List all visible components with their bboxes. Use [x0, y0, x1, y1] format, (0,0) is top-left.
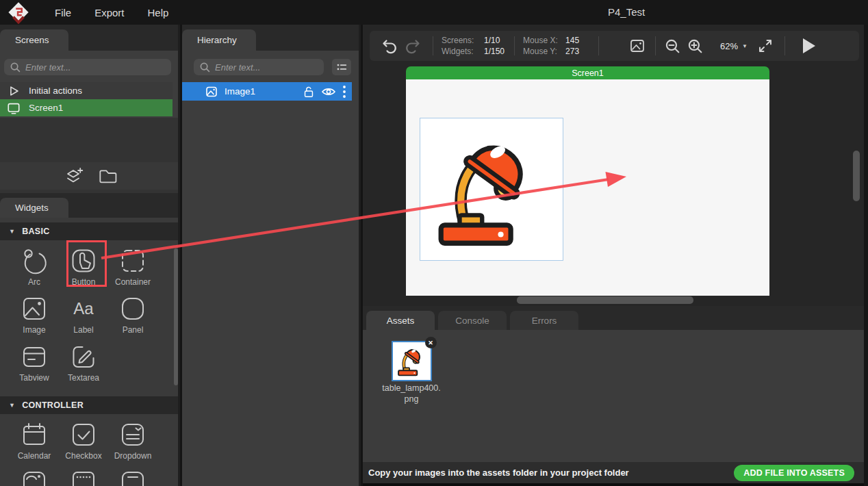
screens-item-initial-actions[interactable]: Initial actions — [0, 82, 173, 99]
asset-item[interactable]: ✕ table_lamp400.png — [382, 341, 441, 405]
assets-list: ✕ table_lamp400.png — [363, 330, 864, 462]
zoom-out-button[interactable] — [664, 38, 681, 55]
menu-help[interactable]: Help — [148, 7, 169, 18]
widget-partial-1[interactable] — [19, 468, 49, 486]
widget-tabview[interactable]: Tabview — [19, 342, 49, 383]
tab-console[interactable]: Console — [438, 311, 507, 330]
widgets-count-value: 1/150 — [484, 47, 505, 56]
roller-icon — [118, 468, 148, 486]
project-title: P4_Test — [608, 6, 645, 18]
widget-image[interactable]: Image — [19, 294, 49, 335]
folder-icon[interactable] — [97, 165, 118, 187]
screens-count-value: 1/10 — [484, 36, 500, 45]
image1-widget-selected[interactable] — [420, 118, 563, 261]
checkbox-icon — [68, 420, 99, 450]
app-window: File Export Help P4_Test Screens Initial — [0, 0, 868, 486]
image-icon — [19, 294, 49, 324]
screens-item-screen1[interactable]: Screen1 — [0, 99, 173, 116]
canvas-vertical-scrollbar[interactable] — [853, 151, 860, 201]
tab-errors[interactable]: Errors — [510, 311, 578, 330]
zoom-in-button[interactable] — [687, 38, 704, 55]
bottom-strip — [363, 483, 864, 486]
calendar-icon — [19, 420, 49, 450]
widget-label: Textarea — [68, 373, 99, 383]
hierarchy-tabstrip: Hierarchy — [182, 25, 359, 51]
hierarchy-search-input[interactable] — [215, 62, 324, 73]
add-file-into-assets-button[interactable]: ADD FILE INTO ASSETS — [734, 465, 854, 481]
asset-thumbnail[interactable]: ✕ — [392, 341, 432, 381]
screens-count-label: Screens: — [442, 36, 484, 45]
widget-arc[interactable]: Arc — [19, 246, 49, 287]
widget-section-controller[interactable]: ▼ CONTROLLER — [0, 396, 180, 414]
toolbar-separator — [655, 36, 656, 55]
table-lamp-thumbnail-image — [395, 344, 429, 379]
hierarchy-list-options-button[interactable] — [332, 59, 351, 75]
widget-label-widget[interactable]: Aa Label — [68, 294, 99, 335]
screens-and-widgets-panel: Screens Initial actions — [0, 25, 180, 486]
fit-zoom-button[interactable] — [757, 38, 774, 54]
screens-search — [4, 59, 171, 75]
zoom-level-value[interactable]: 62% — [720, 41, 738, 51]
arc-icon — [19, 246, 49, 276]
canvas-toolbar: Screens:1/10 Widgets:1/150 Mouse X:145 M… — [370, 31, 859, 61]
window-edge — [864, 25, 868, 486]
screens-search-input[interactable] — [25, 62, 171, 73]
widget-label: Arc — [28, 277, 40, 287]
kebab-menu-icon[interactable] — [342, 85, 346, 99]
add-screen-icon[interactable] — [62, 165, 84, 187]
collapse-arrow-icon: ▼ — [9, 402, 15, 409]
zoom-caret-icon[interactable]: ▼ — [742, 43, 748, 49]
screen-header[interactable]: Screen1 — [406, 66, 769, 79]
tabview-icon — [19, 342, 49, 372]
widget-label: Image — [23, 325, 45, 335]
widget-label: Tabview — [19, 373, 49, 383]
tab-widgets[interactable]: Widgets — [0, 198, 68, 218]
widget-section-label: BASIC — [22, 227, 49, 236]
widget-panel[interactable]: Panel — [118, 294, 148, 335]
widgets-tabstrip: Widgets — [0, 193, 178, 218]
counters: Screens:1/10 Widgets:1/150 — [442, 36, 505, 56]
widget-calendar[interactable]: Calendar — [18, 420, 51, 461]
hierarchy-search — [194, 59, 324, 75]
button-icon — [68, 246, 99, 276]
widgets-scrollbar[interactable] — [174, 248, 178, 385]
screens-item-label: Screen1 — [29, 103, 63, 113]
toggle-background-image-button[interactable] — [629, 38, 646, 54]
widget-partial-2[interactable] — [68, 468, 99, 486]
dropdown-icon — [118, 420, 148, 450]
label-icon: Aa — [68, 294, 99, 324]
redo-button[interactable] — [404, 37, 422, 55]
menu-export[interactable]: Export — [94, 7, 124, 18]
play-button[interactable] — [802, 37, 817, 55]
widget-label: Calendar — [18, 451, 51, 461]
table-lamp-image — [429, 123, 553, 257]
toolbar-separator — [433, 36, 433, 55]
play-outline-icon — [7, 84, 21, 98]
widget-partial-3[interactable] — [118, 468, 148, 486]
tab-assets[interactable]: Assets — [366, 311, 435, 330]
widget-button[interactable]: Button — [68, 246, 99, 287]
basic-widgets-grid: Arc Button Container — [10, 246, 164, 383]
widget-textarea[interactable]: Textarea — [68, 342, 99, 383]
widgets-library: ▼ BASIC Arc Button — [0, 218, 180, 486]
widget-dropdown[interactable]: Dropdown — [114, 420, 152, 461]
widget-section-basic[interactable]: ▼ BASIC — [0, 222, 180, 240]
tab-screens[interactable]: Screens — [0, 29, 68, 51]
undo-button[interactable] — [381, 37, 398, 55]
widget-container[interactable]: Container — [115, 246, 151, 287]
list-icon — [335, 60, 348, 74]
remove-asset-button[interactable]: ✕ — [425, 337, 437, 348]
eye-icon[interactable] — [321, 86, 336, 97]
canvas-horizontal-scrollbar[interactable] — [517, 296, 693, 304]
label-glyph: Aa — [73, 299, 94, 318]
unlock-icon[interactable] — [302, 85, 316, 99]
textarea-icon — [68, 342, 99, 372]
widget-label: Label — [73, 325, 93, 335]
mouse-y-value: 273 — [565, 47, 579, 56]
menu-file[interactable]: File — [55, 7, 71, 18]
hierarchy-item-image1[interactable]: Image1 — [182, 82, 352, 101]
tab-hierarchy[interactable]: Hierarchy — [182, 29, 256, 51]
widget-checkbox[interactable]: Checkbox — [65, 420, 101, 461]
assets-hint-text: Copy your images into the assets folder … — [368, 468, 629, 478]
image-icon — [205, 86, 218, 98]
